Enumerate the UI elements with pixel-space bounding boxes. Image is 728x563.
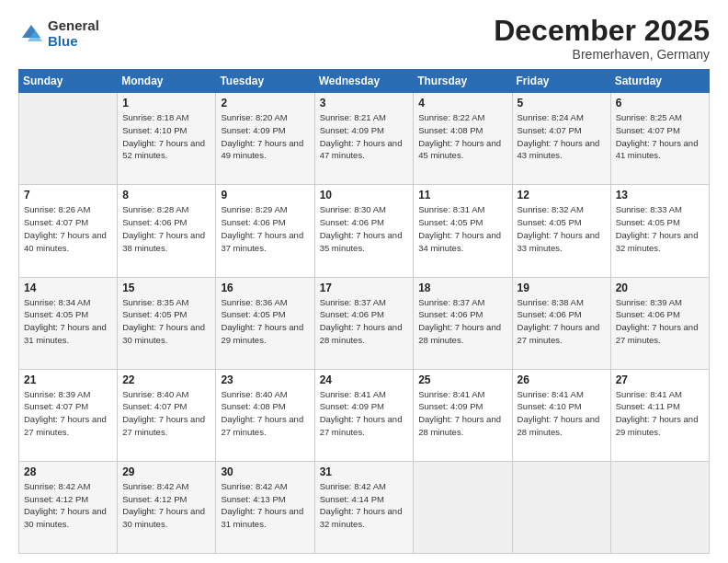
table-row: 17 Sunrise: 8:37 AMSunset: 4:06 PMDaylig… <box>314 277 414 369</box>
table-row: 4 Sunrise: 8:22 AMSunset: 4:08 PMDayligh… <box>414 93 512 185</box>
day-info: Sunrise: 8:41 AMSunset: 4:10 PMDaylight:… <box>518 388 606 439</box>
table-row: 29 Sunrise: 8:42 AMSunset: 4:12 PMDaylig… <box>118 461 216 553</box>
day-number: 19 <box>518 282 606 294</box>
table-row: 6 Sunrise: 8:25 AMSunset: 4:07 PMDayligh… <box>610 93 709 185</box>
day-info: Sunrise: 8:32 AMSunset: 4:05 PMDaylight:… <box>518 203 606 254</box>
col-saturday: Saturday <box>610 70 709 93</box>
day-number: 22 <box>122 373 210 386</box>
day-number: 4 <box>418 97 506 109</box>
day-info: Sunrise: 8:37 AMSunset: 4:06 PMDaylight:… <box>418 296 506 347</box>
day-number: 30 <box>221 465 309 478</box>
table-row: 3 Sunrise: 8:21 AMSunset: 4:09 PMDayligh… <box>314 93 414 185</box>
table-row: 2 Sunrise: 8:20 AMSunset: 4:09 PMDayligh… <box>216 93 314 185</box>
day-number: 29 <box>122 465 210 478</box>
day-number: 10 <box>320 189 409 201</box>
month-title: December 2025 <box>494 15 710 47</box>
table-row <box>414 461 512 553</box>
day-number: 31 <box>320 465 409 478</box>
day-info: Sunrise: 8:39 AMSunset: 4:06 PMDaylight:… <box>616 296 704 347</box>
day-number: 14 <box>24 282 112 294</box>
day-info: Sunrise: 8:41 AMSunset: 4:11 PMDaylight:… <box>616 388 704 439</box>
col-tuesday: Tuesday <box>216 70 314 93</box>
table-row: 7 Sunrise: 8:26 AMSunset: 4:07 PMDayligh… <box>19 185 118 277</box>
table-row: 23 Sunrise: 8:40 AMSunset: 4:08 PMDaylig… <box>216 369 314 461</box>
location: Bremerhaven, Germany <box>494 47 710 62</box>
table-row: 16 Sunrise: 8:36 AMSunset: 4:05 PMDaylig… <box>216 277 314 369</box>
day-number: 1 <box>122 97 210 109</box>
table-row: 28 Sunrise: 8:42 AMSunset: 4:12 PMDaylig… <box>19 461 118 553</box>
col-wednesday: Wednesday <box>314 70 414 93</box>
table-row <box>19 93 118 185</box>
day-info: Sunrise: 8:42 AMSunset: 4:14 PMDaylight:… <box>320 480 409 531</box>
day-info: Sunrise: 8:28 AMSunset: 4:06 PMDaylight:… <box>122 203 210 254</box>
day-info: Sunrise: 8:30 AMSunset: 4:06 PMDaylight:… <box>320 203 409 254</box>
page: General Blue December 2025 Bremerhaven, … <box>0 0 728 563</box>
logo-general: General <box>48 18 99 34</box>
day-info: Sunrise: 8:26 AMSunset: 4:07 PMDaylight:… <box>24 203 112 254</box>
day-number: 9 <box>221 189 309 201</box>
day-info: Sunrise: 8:38 AMSunset: 4:06 PMDaylight:… <box>518 296 606 347</box>
table-row: 21 Sunrise: 8:39 AMSunset: 4:07 PMDaylig… <box>19 369 118 461</box>
table-row: 25 Sunrise: 8:41 AMSunset: 4:09 PMDaylig… <box>414 369 512 461</box>
table-row: 9 Sunrise: 8:29 AMSunset: 4:06 PMDayligh… <box>216 185 314 277</box>
day-number: 12 <box>518 189 606 201</box>
col-sunday: Sunday <box>19 70 118 93</box>
day-info: Sunrise: 8:20 AMSunset: 4:09 PMDaylight:… <box>221 111 309 162</box>
title-block: December 2025 Bremerhaven, Germany <box>494 15 710 62</box>
day-info: Sunrise: 8:41 AMSunset: 4:09 PMDaylight:… <box>418 388 506 439</box>
day-number: 26 <box>518 373 606 386</box>
day-info: Sunrise: 8:41 AMSunset: 4:09 PMDaylight:… <box>320 388 409 439</box>
day-number: 6 <box>616 97 704 109</box>
table-row: 22 Sunrise: 8:40 AMSunset: 4:07 PMDaylig… <box>118 369 216 461</box>
day-info: Sunrise: 8:42 AMSunset: 4:13 PMDaylight:… <box>221 480 309 531</box>
day-info: Sunrise: 8:33 AMSunset: 4:05 PMDaylight:… <box>616 203 704 254</box>
table-row: 18 Sunrise: 8:37 AMSunset: 4:06 PMDaylig… <box>414 277 512 369</box>
day-info: Sunrise: 8:21 AMSunset: 4:09 PMDaylight:… <box>320 111 409 162</box>
day-number: 20 <box>616 282 704 294</box>
day-number: 21 <box>24 373 112 386</box>
day-number: 3 <box>320 97 409 109</box>
day-info: Sunrise: 8:25 AMSunset: 4:07 PMDaylight:… <box>616 111 704 162</box>
table-row: 11 Sunrise: 8:31 AMSunset: 4:05 PMDaylig… <box>414 185 512 277</box>
table-row: 14 Sunrise: 8:34 AMSunset: 4:05 PMDaylig… <box>19 277 118 369</box>
table-row: 13 Sunrise: 8:33 AMSunset: 4:05 PMDaylig… <box>610 185 709 277</box>
logo-text: General Blue <box>48 18 99 49</box>
table-row: 19 Sunrise: 8:38 AMSunset: 4:06 PMDaylig… <box>512 277 610 369</box>
table-row: 12 Sunrise: 8:32 AMSunset: 4:05 PMDaylig… <box>512 185 610 277</box>
day-number: 25 <box>418 373 506 386</box>
day-info: Sunrise: 8:39 AMSunset: 4:07 PMDaylight:… <box>24 388 112 439</box>
day-number: 23 <box>221 373 309 386</box>
day-number: 11 <box>418 189 506 201</box>
table-row: 8 Sunrise: 8:28 AMSunset: 4:06 PMDayligh… <box>118 185 216 277</box>
header: General Blue December 2025 Bremerhaven, … <box>18 15 710 62</box>
day-number: 27 <box>616 373 704 386</box>
col-monday: Monday <box>118 70 216 93</box>
day-info: Sunrise: 8:40 AMSunset: 4:07 PMDaylight:… <box>122 388 210 439</box>
day-info: Sunrise: 8:40 AMSunset: 4:08 PMDaylight:… <box>221 388 309 439</box>
day-info: Sunrise: 8:22 AMSunset: 4:08 PMDaylight:… <box>418 111 506 162</box>
table-row: 15 Sunrise: 8:35 AMSunset: 4:05 PMDaylig… <box>118 277 216 369</box>
logo-icon <box>18 21 44 47</box>
day-number: 2 <box>221 97 309 109</box>
table-row: 5 Sunrise: 8:24 AMSunset: 4:07 PMDayligh… <box>512 93 610 185</box>
day-number: 5 <box>518 97 606 109</box>
calendar: Sunday Monday Tuesday Wednesday Thursday… <box>18 69 710 554</box>
day-info: Sunrise: 8:24 AMSunset: 4:07 PMDaylight:… <box>518 111 606 162</box>
table-row: 26 Sunrise: 8:41 AMSunset: 4:10 PMDaylig… <box>512 369 610 461</box>
day-info: Sunrise: 8:35 AMSunset: 4:05 PMDaylight:… <box>122 296 210 347</box>
day-number: 24 <box>320 373 409 386</box>
table-row: 24 Sunrise: 8:41 AMSunset: 4:09 PMDaylig… <box>314 369 414 461</box>
day-info: Sunrise: 8:37 AMSunset: 4:06 PMDaylight:… <box>320 296 409 347</box>
col-thursday: Thursday <box>414 70 512 93</box>
day-info: Sunrise: 8:31 AMSunset: 4:05 PMDaylight:… <box>418 203 506 254</box>
day-info: Sunrise: 8:29 AMSunset: 4:06 PMDaylight:… <box>221 203 309 254</box>
table-row: 10 Sunrise: 8:30 AMSunset: 4:06 PMDaylig… <box>314 185 414 277</box>
table-row: 20 Sunrise: 8:39 AMSunset: 4:06 PMDaylig… <box>610 277 709 369</box>
col-friday: Friday <box>512 70 610 93</box>
day-number: 28 <box>24 465 112 478</box>
day-info: Sunrise: 8:36 AMSunset: 4:05 PMDaylight:… <box>221 296 309 347</box>
day-number: 13 <box>616 189 704 201</box>
day-number: 7 <box>24 189 112 201</box>
day-number: 17 <box>320 282 409 294</box>
day-info: Sunrise: 8:42 AMSunset: 4:12 PMDaylight:… <box>24 480 112 531</box>
